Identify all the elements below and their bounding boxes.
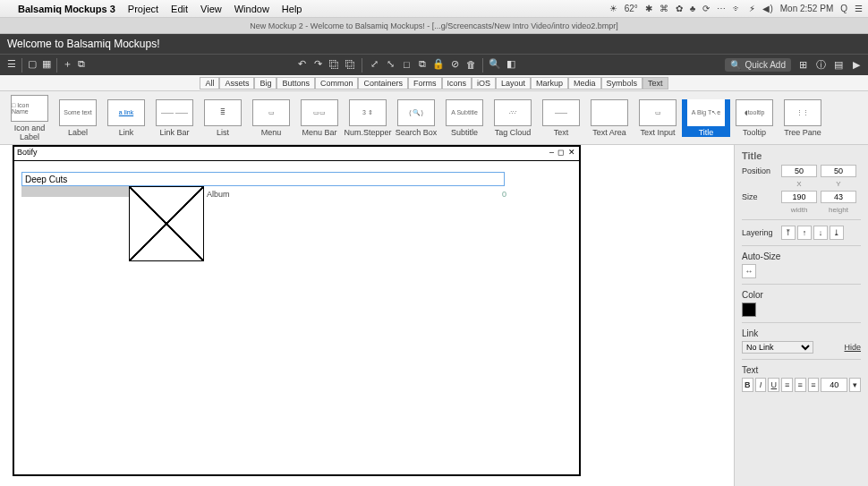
- menu-icon[interactable]: ☰: [5, 58, 18, 71]
- library-item-icon-and-label[interactable]: □ Icon NameIcon and Label: [5, 95, 54, 141]
- autosize-button[interactable]: ↔: [742, 264, 756, 278]
- filter-big[interactable]: Big: [254, 77, 277, 90]
- hide-link[interactable]: Hide: [844, 343, 861, 352]
- redo-icon[interactable]: ↷: [311, 58, 324, 71]
- height-input[interactable]: [821, 191, 856, 203]
- library-item-tree-pane[interactable]: ⋮⋮Tree Pane: [779, 99, 827, 137]
- menu-view[interactable]: View: [200, 4, 222, 14]
- library-item-subtitle[interactable]: A SubtitleSubtitle: [440, 99, 489, 137]
- document-tab[interactable]: New Mockup 2 - Welcome to Balsamiq Mocku…: [0, 18, 868, 34]
- filter-assets[interactable]: Assets: [219, 77, 254, 90]
- canvas[interactable]: Botify – ◻ ✕ Album 0: [0, 145, 734, 486]
- w-sublabel: width: [781, 206, 817, 214]
- library-item-title[interactable]: A Big T↖eTitle: [682, 99, 730, 137]
- library-item-text-area[interactable]: Text Area: [585, 99, 634, 137]
- hide-icon[interactable]: ⊘: [448, 58, 461, 71]
- menu-edit[interactable]: Edit: [171, 4, 188, 14]
- filter-containers[interactable]: Containers: [358, 77, 408, 90]
- fontsize-stepper[interactable]: ▾: [849, 378, 861, 392]
- library-item-menu[interactable]: ▭Menu: [247, 99, 295, 137]
- library-item-search-box[interactable]: ( 🔍)Search Box: [392, 99, 440, 137]
- filter-icons[interactable]: Icons: [442, 77, 472, 90]
- filter-text[interactable]: Text: [642, 77, 668, 90]
- notifications-icon[interactable]: ☰: [855, 4, 863, 13]
- menu-project[interactable]: Project: [128, 4, 158, 14]
- bring-forward-icon[interactable]: ↑: [797, 226, 812, 240]
- duplicate-icon[interactable]: ⧉: [75, 58, 88, 71]
- bold-button[interactable]: B: [742, 378, 753, 392]
- library-item-tag-cloud[interactable]: ∴∵Tag Cloud: [489, 99, 537, 137]
- menu-window[interactable]: Window: [234, 4, 269, 14]
- filter-common[interactable]: Common: [315, 77, 359, 90]
- library-item-num-stepper[interactable]: 3 ⇕Num.Stepper: [344, 99, 392, 137]
- filter-forms[interactable]: Forms: [408, 77, 442, 90]
- align-icon[interactable]: ⤢: [368, 58, 380, 71]
- library-item-link[interactable]: a linkLink: [102, 99, 150, 137]
- pos-x-input[interactable]: [781, 165, 817, 177]
- panel-toggle-icon[interactable]: ⊞: [796, 59, 809, 72]
- add-icon[interactable]: ＋: [61, 58, 73, 71]
- clock: Mon 2:52 PM: [780, 4, 833, 13]
- title-edit-input[interactable]: [21, 172, 505, 186]
- send-backward-icon[interactable]: ↓: [813, 226, 828, 240]
- send-back-icon[interactable]: ⤓: [830, 226, 844, 240]
- fit-icon[interactable]: ◧: [505, 58, 517, 71]
- library-item-tooltip[interactable]: ◖tooltipTooltip: [730, 99, 779, 137]
- title-placeholder[interactable]: [21, 186, 129, 197]
- underline-button[interactable]: U: [768, 378, 779, 392]
- color-label: Color: [742, 290, 861, 300]
- align-icon[interactable]: ⤡: [384, 58, 396, 71]
- project-titlebar: Welcome to Balsamiq Mockups!: [0, 34, 868, 54]
- align-right-button[interactable]: ≡: [808, 378, 820, 392]
- group-icon[interactable]: □: [400, 58, 413, 71]
- view-grid-icon[interactable]: ▦: [40, 58, 53, 71]
- library-item-text[interactable]: ——Text: [537, 99, 585, 137]
- library-item-link-bar[interactable]: —— ——Link Bar: [150, 99, 199, 137]
- filter-symbols[interactable]: Symbols: [601, 77, 643, 90]
- align-center-button[interactable]: ≡: [795, 378, 806, 392]
- zoom-icon[interactable]: 🔍: [489, 58, 501, 71]
- filter-ios[interactable]: iOS: [472, 77, 496, 90]
- present-icon[interactable]: ▶: [850, 59, 863, 72]
- ui-library: □ Icon NameIcon and LabelSome textLabela…: [0, 91, 868, 145]
- library-item-label[interactable]: Some textLabel: [54, 99, 102, 137]
- status-icon: ⟳: [702, 4, 710, 13]
- quick-add-input[interactable]: 🔍 Quick Add: [725, 58, 791, 72]
- align-left-button[interactable]: ≡: [781, 378, 793, 392]
- library-item-list[interactable]: ≣List: [199, 99, 247, 137]
- copy-icon[interactable]: ⿻: [328, 58, 340, 71]
- spotlight-icon[interactable]: Q: [840, 4, 847, 13]
- filter-layout[interactable]: Layout: [496, 77, 531, 90]
- mockup-window[interactable]: Botify – ◻ ✕ Album 0: [13, 145, 581, 476]
- main-toolbar: ☰ ▢ ▦ ＋ ⧉ ↶ ↷ ⿻ ⿻ ⤢ ⤡ □ ⧉ 🔒 ⊘ 🗑 🔍 ◧ 🔍 Qu…: [0, 54, 868, 75]
- link-select[interactable]: No Link: [742, 341, 813, 354]
- undo-icon[interactable]: ↶: [295, 58, 308, 71]
- view-single-icon[interactable]: ▢: [26, 58, 38, 71]
- bring-front-icon[interactable]: ⤒: [781, 226, 796, 240]
- app-menu[interactable]: Balsamiq Mockups 3: [18, 4, 115, 14]
- pos-y-input[interactable]: [821, 165, 856, 177]
- status-icon: ♣: [690, 4, 696, 13]
- status-icon: ⌘: [660, 4, 668, 13]
- filter-media[interactable]: Media: [568, 77, 601, 90]
- info-icon[interactable]: ⓘ: [814, 59, 827, 72]
- width-input[interactable]: [781, 191, 817, 203]
- size-label: Size: [742, 192, 778, 201]
- mockup-titlebar: Botify – ◻ ✕: [14, 147, 579, 161]
- fontsize-input[interactable]: [821, 378, 847, 392]
- notes-icon[interactable]: ▤: [832, 59, 845, 72]
- lock-icon[interactable]: 🔒: [432, 58, 445, 71]
- ungroup-icon[interactable]: ⧉: [416, 58, 429, 71]
- color-swatch[interactable]: [742, 303, 756, 317]
- filter-markup[interactable]: Markup: [531, 77, 568, 90]
- filter-all[interactable]: All: [200, 77, 219, 90]
- trash-icon[interactable]: 🗑: [464, 58, 477, 71]
- menu-help[interactable]: Help: [282, 4, 302, 14]
- italic-button[interactable]: I: [755, 378, 767, 392]
- volume-icon: ◀︎): [762, 4, 772, 13]
- library-item-text-input[interactable]: ▭Text Input: [634, 99, 682, 137]
- image-placeholder[interactable]: [129, 186, 204, 261]
- paste-icon[interactable]: ⿻: [344, 58, 356, 71]
- library-item-menu-bar[interactable]: ▭▭Menu Bar: [295, 99, 344, 137]
- filter-buttons[interactable]: Buttons: [277, 77, 315, 90]
